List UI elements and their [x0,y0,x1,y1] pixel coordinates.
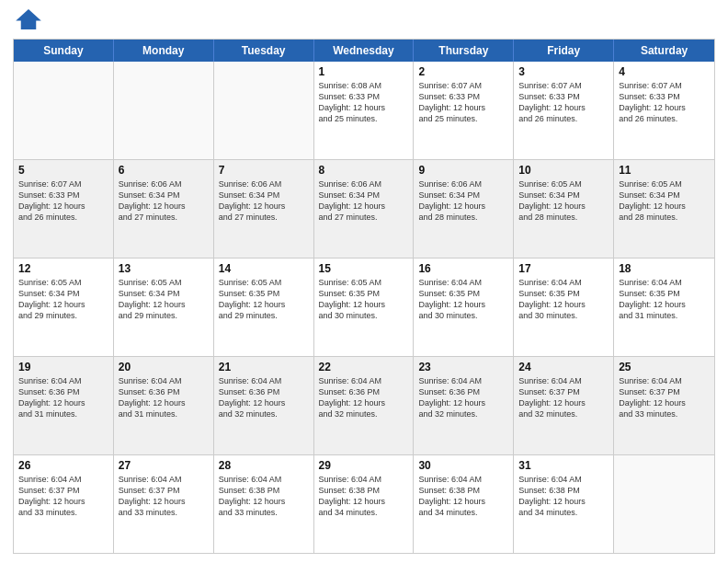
day-number: 12 [18,262,108,275]
day-header-tuesday: Tuesday [214,40,314,62]
day-number: 24 [518,361,609,373]
day-info: Sunrise: 6:04 AM Sunset: 6:36 PM Dayligh… [418,375,508,420]
cal-cell: 22Sunrise: 6:04 AM Sunset: 6:36 PM Dayli… [314,357,415,454]
day-info: Sunrise: 6:04 AM Sunset: 6:38 PM Dayligh… [518,474,609,519]
cal-cell [114,62,214,159]
day-info: Sunrise: 6:05 AM Sunset: 6:35 PM Dayligh… [319,277,409,322]
day-number: 28 [219,459,309,472]
day-number: 7 [219,164,309,177]
cal-cell: 6Sunrise: 6:06 AM Sunset: 6:34 PM Daylig… [114,160,214,258]
cal-cell: 15Sunrise: 6:05 AM Sunset: 6:35 PM Dayli… [314,259,415,356]
day-number: 27 [119,459,209,472]
day-info: Sunrise: 6:04 AM Sunset: 6:38 PM Dayligh… [418,474,508,519]
cal-cell: 4Sunrise: 6:07 AM Sunset: 6:33 PM Daylig… [614,62,714,159]
day-header-monday: Monday [114,40,214,62]
day-number: 2 [418,65,508,78]
day-number: 9 [418,164,508,177]
day-header-friday: Friday [514,40,614,62]
day-number: 10 [518,164,609,177]
day-info: Sunrise: 6:04 AM Sunset: 6:37 PM Dayligh… [518,375,609,420]
day-number: 30 [418,459,508,472]
day-info: Sunrise: 6:04 AM Sunset: 6:35 PM Dayligh… [518,277,609,322]
day-number: 1 [319,65,409,78]
day-number: 6 [119,164,209,177]
day-info: Sunrise: 6:04 AM Sunset: 6:35 PM Dayligh… [418,277,508,322]
day-info: Sunrise: 6:07 AM Sunset: 6:33 PM Dayligh… [18,178,108,224]
day-info: Sunrise: 6:05 AM Sunset: 6:35 PM Dayligh… [219,277,309,322]
day-header-wednesday: Wednesday [314,40,415,62]
day-info: Sunrise: 6:06 AM Sunset: 6:34 PM Dayligh… [319,178,409,224]
day-info: Sunrise: 6:04 AM Sunset: 6:35 PM Dayligh… [619,277,710,322]
cal-cell: 17Sunrise: 6:04 AM Sunset: 6:35 PM Dayli… [514,259,614,356]
day-info: Sunrise: 6:07 AM Sunset: 6:33 PM Dayligh… [619,80,710,125]
day-info: Sunrise: 6:05 AM Sunset: 6:34 PM Dayligh… [119,277,209,322]
day-info: Sunrise: 6:04 AM Sunset: 6:36 PM Dayligh… [119,375,209,420]
day-info: Sunrise: 6:04 AM Sunset: 6:38 PM Dayligh… [219,474,309,519]
svg-marker-0 [16,9,41,29]
cal-cell: 26Sunrise: 6:04 AM Sunset: 6:37 PM Dayli… [14,455,114,553]
cal-cell: 16Sunrise: 6:04 AM Sunset: 6:35 PM Dayli… [414,259,514,356]
calendar-body: 1Sunrise: 6:08 AM Sunset: 6:33 PM Daylig… [14,62,714,553]
day-info: Sunrise: 6:06 AM Sunset: 6:34 PM Dayligh… [119,178,209,224]
day-info: Sunrise: 6:06 AM Sunset: 6:34 PM Dayligh… [219,178,309,224]
day-info: Sunrise: 6:06 AM Sunset: 6:34 PM Dayligh… [418,178,508,224]
day-number: 22 [319,361,409,373]
day-number: 18 [619,262,710,275]
day-info: Sunrise: 6:05 AM Sunset: 6:34 PM Dayligh… [18,277,108,322]
cal-cell: 5Sunrise: 6:07 AM Sunset: 6:33 PM Daylig… [14,160,114,258]
day-number: 13 [119,262,209,275]
cal-cell: 20Sunrise: 6:04 AM Sunset: 6:36 PM Dayli… [114,357,214,454]
cal-cell: 14Sunrise: 6:05 AM Sunset: 6:35 PM Dayli… [214,259,314,356]
calendar-row-3: 19Sunrise: 6:04 AM Sunset: 6:36 PM Dayli… [14,356,714,454]
cal-cell: 31Sunrise: 6:04 AM Sunset: 6:38 PM Dayli… [514,455,614,553]
day-header-saturday: Saturday [614,40,714,62]
cal-cell: 24Sunrise: 6:04 AM Sunset: 6:37 PM Dayli… [514,357,614,454]
day-number: 11 [619,164,710,177]
cal-cell: 28Sunrise: 6:04 AM Sunset: 6:38 PM Dayli… [214,455,314,553]
cal-cell: 1Sunrise: 6:08 AM Sunset: 6:33 PM Daylig… [314,62,415,159]
cal-cell: 29Sunrise: 6:04 AM Sunset: 6:38 PM Dayli… [314,455,415,553]
cal-cell: 12Sunrise: 6:05 AM Sunset: 6:34 PM Dayli… [14,259,114,356]
day-number: 19 [18,361,108,373]
day-number: 14 [219,262,309,275]
cal-cell: 8Sunrise: 6:06 AM Sunset: 6:34 PM Daylig… [314,160,415,258]
day-number: 17 [518,262,609,275]
logo [13,9,45,33]
day-number: 31 [518,459,609,472]
day-number: 23 [418,361,508,373]
day-info: Sunrise: 6:07 AM Sunset: 6:33 PM Dayligh… [418,80,508,125]
cal-cell: 25Sunrise: 6:04 AM Sunset: 6:37 PM Dayli… [614,357,714,454]
day-number: 29 [319,459,409,472]
calendar-header: SundayMondayTuesdayWednesdayThursdayFrid… [14,40,714,62]
day-info: Sunrise: 6:08 AM Sunset: 6:33 PM Dayligh… [319,80,409,125]
day-info: Sunrise: 6:04 AM Sunset: 6:37 PM Dayligh… [119,474,209,519]
cal-cell: 11Sunrise: 6:05 AM Sunset: 6:34 PM Dayli… [614,160,714,258]
cal-cell: 21Sunrise: 6:04 AM Sunset: 6:36 PM Dayli… [214,357,314,454]
calendar-row-4: 26Sunrise: 6:04 AM Sunset: 6:37 PM Dayli… [14,454,714,553]
day-info: Sunrise: 6:05 AM Sunset: 6:34 PM Dayligh… [518,178,609,224]
day-info: Sunrise: 6:07 AM Sunset: 6:33 PM Dayligh… [518,80,609,125]
cal-cell: 7Sunrise: 6:06 AM Sunset: 6:34 PM Daylig… [214,160,314,258]
day-info: Sunrise: 6:04 AM Sunset: 6:36 PM Dayligh… [18,375,108,420]
day-info: Sunrise: 6:04 AM Sunset: 6:38 PM Dayligh… [319,474,409,519]
calendar-row-1: 5Sunrise: 6:07 AM Sunset: 6:33 PM Daylig… [14,159,714,258]
calendar-row-2: 12Sunrise: 6:05 AM Sunset: 6:34 PM Dayli… [14,258,714,356]
cal-cell [614,455,714,553]
cal-cell: 13Sunrise: 6:05 AM Sunset: 6:34 PM Dayli… [114,259,214,356]
cal-cell: 23Sunrise: 6:04 AM Sunset: 6:36 PM Dayli… [414,357,514,454]
day-number: 4 [619,65,710,78]
day-info: Sunrise: 6:04 AM Sunset: 6:37 PM Dayligh… [18,474,108,519]
day-number: 8 [319,164,409,177]
day-number: 3 [518,65,609,78]
cal-cell: 9Sunrise: 6:06 AM Sunset: 6:34 PM Daylig… [414,160,514,258]
cal-cell: 19Sunrise: 6:04 AM Sunset: 6:36 PM Dayli… [14,357,114,454]
day-number: 20 [119,361,209,373]
day-info: Sunrise: 6:05 AM Sunset: 6:34 PM Dayligh… [619,178,710,224]
page: SundayMondayTuesdayWednesdayThursdayFrid… [0,0,728,563]
logo-icon [16,9,41,29]
day-number: 25 [619,361,710,373]
day-number: 15 [319,262,409,275]
day-number: 26 [18,459,108,472]
cal-cell [14,62,114,159]
day-info: Sunrise: 6:04 AM Sunset: 6:36 PM Dayligh… [319,375,409,420]
